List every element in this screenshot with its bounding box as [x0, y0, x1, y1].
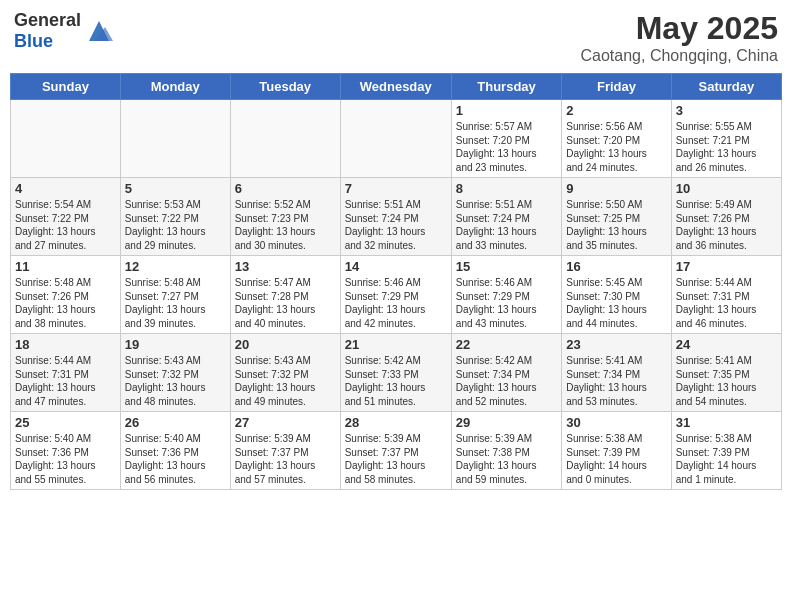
calendar-cell: 29Sunrise: 5:39 AM Sunset: 7:38 PM Dayli…	[451, 412, 561, 490]
day-info: Sunrise: 5:41 AM Sunset: 7:34 PM Dayligh…	[566, 354, 666, 408]
calendar-cell: 9Sunrise: 5:50 AM Sunset: 7:25 PM Daylig…	[562, 178, 671, 256]
day-info: Sunrise: 5:51 AM Sunset: 7:24 PM Dayligh…	[456, 198, 557, 252]
day-info: Sunrise: 5:48 AM Sunset: 7:26 PM Dayligh…	[15, 276, 116, 330]
calendar-week-row: 1Sunrise: 5:57 AM Sunset: 7:20 PM Daylig…	[11, 100, 782, 178]
day-info: Sunrise: 5:40 AM Sunset: 7:36 PM Dayligh…	[125, 432, 226, 486]
calendar-header-row: SundayMondayTuesdayWednesdayThursdayFrid…	[11, 74, 782, 100]
calendar-cell: 27Sunrise: 5:39 AM Sunset: 7:37 PM Dayli…	[230, 412, 340, 490]
day-number: 23	[566, 337, 666, 352]
day-info: Sunrise: 5:38 AM Sunset: 7:39 PM Dayligh…	[676, 432, 777, 486]
day-info: Sunrise: 5:48 AM Sunset: 7:27 PM Dayligh…	[125, 276, 226, 330]
calendar-cell: 12Sunrise: 5:48 AM Sunset: 7:27 PM Dayli…	[120, 256, 230, 334]
day-info: Sunrise: 5:44 AM Sunset: 7:31 PM Dayligh…	[676, 276, 777, 330]
day-number: 5	[125, 181, 226, 196]
calendar-week-row: 25Sunrise: 5:40 AM Sunset: 7:36 PM Dayli…	[11, 412, 782, 490]
calendar-cell: 8Sunrise: 5:51 AM Sunset: 7:24 PM Daylig…	[451, 178, 561, 256]
calendar-cell: 7Sunrise: 5:51 AM Sunset: 7:24 PM Daylig…	[340, 178, 451, 256]
day-info: Sunrise: 5:39 AM Sunset: 7:37 PM Dayligh…	[235, 432, 336, 486]
day-info: Sunrise: 5:43 AM Sunset: 7:32 PM Dayligh…	[125, 354, 226, 408]
day-number: 15	[456, 259, 557, 274]
calendar-cell: 2Sunrise: 5:56 AM Sunset: 7:20 PM Daylig…	[562, 100, 671, 178]
day-number: 9	[566, 181, 666, 196]
calendar-cell: 24Sunrise: 5:41 AM Sunset: 7:35 PM Dayli…	[671, 334, 781, 412]
calendar-cell: 22Sunrise: 5:42 AM Sunset: 7:34 PM Dayli…	[451, 334, 561, 412]
day-number: 17	[676, 259, 777, 274]
calendar-cell: 4Sunrise: 5:54 AM Sunset: 7:22 PM Daylig…	[11, 178, 121, 256]
day-number: 14	[345, 259, 447, 274]
calendar-cell: 23Sunrise: 5:41 AM Sunset: 7:34 PM Dayli…	[562, 334, 671, 412]
day-info: Sunrise: 5:45 AM Sunset: 7:30 PM Dayligh…	[566, 276, 666, 330]
calendar-cell: 6Sunrise: 5:52 AM Sunset: 7:23 PM Daylig…	[230, 178, 340, 256]
day-number: 24	[676, 337, 777, 352]
day-number: 19	[125, 337, 226, 352]
day-number: 26	[125, 415, 226, 430]
logo-general: General	[14, 10, 81, 30]
day-number: 12	[125, 259, 226, 274]
day-header-sunday: Sunday	[11, 74, 121, 100]
day-number: 2	[566, 103, 666, 118]
calendar-cell: 13Sunrise: 5:47 AM Sunset: 7:28 PM Dayli…	[230, 256, 340, 334]
calendar-cell: 17Sunrise: 5:44 AM Sunset: 7:31 PM Dayli…	[671, 256, 781, 334]
day-number: 18	[15, 337, 116, 352]
day-number: 30	[566, 415, 666, 430]
day-info: Sunrise: 5:42 AM Sunset: 7:33 PM Dayligh…	[345, 354, 447, 408]
day-info: Sunrise: 5:39 AM Sunset: 7:37 PM Dayligh…	[345, 432, 447, 486]
calendar-cell: 25Sunrise: 5:40 AM Sunset: 7:36 PM Dayli…	[11, 412, 121, 490]
day-number: 10	[676, 181, 777, 196]
day-number: 21	[345, 337, 447, 352]
calendar-cell: 14Sunrise: 5:46 AM Sunset: 7:29 PM Dayli…	[340, 256, 451, 334]
logo-blue: Blue	[14, 31, 53, 51]
day-number: 22	[456, 337, 557, 352]
calendar-cell: 28Sunrise: 5:39 AM Sunset: 7:37 PM Dayli…	[340, 412, 451, 490]
day-number: 8	[456, 181, 557, 196]
day-info: Sunrise: 5:54 AM Sunset: 7:22 PM Dayligh…	[15, 198, 116, 252]
calendar-week-row: 4Sunrise: 5:54 AM Sunset: 7:22 PM Daylig…	[11, 178, 782, 256]
day-number: 25	[15, 415, 116, 430]
calendar-cell: 10Sunrise: 5:49 AM Sunset: 7:26 PM Dayli…	[671, 178, 781, 256]
day-header-wednesday: Wednesday	[340, 74, 451, 100]
calendar-cell: 16Sunrise: 5:45 AM Sunset: 7:30 PM Dayli…	[562, 256, 671, 334]
day-number: 20	[235, 337, 336, 352]
calendar-cell	[120, 100, 230, 178]
day-info: Sunrise: 5:55 AM Sunset: 7:21 PM Dayligh…	[676, 120, 777, 174]
day-header-friday: Friday	[562, 74, 671, 100]
day-number: 3	[676, 103, 777, 118]
day-info: Sunrise: 5:44 AM Sunset: 7:31 PM Dayligh…	[15, 354, 116, 408]
day-info: Sunrise: 5:47 AM Sunset: 7:28 PM Dayligh…	[235, 276, 336, 330]
calendar-week-row: 18Sunrise: 5:44 AM Sunset: 7:31 PM Dayli…	[11, 334, 782, 412]
day-info: Sunrise: 5:46 AM Sunset: 7:29 PM Dayligh…	[345, 276, 447, 330]
location-subtitle: Caotang, Chongqing, China	[581, 47, 778, 65]
day-info: Sunrise: 5:41 AM Sunset: 7:35 PM Dayligh…	[676, 354, 777, 408]
day-number: 6	[235, 181, 336, 196]
day-header-thursday: Thursday	[451, 74, 561, 100]
calendar-cell: 11Sunrise: 5:48 AM Sunset: 7:26 PM Dayli…	[11, 256, 121, 334]
calendar-cell: 30Sunrise: 5:38 AM Sunset: 7:39 PM Dayli…	[562, 412, 671, 490]
calendar-cell: 20Sunrise: 5:43 AM Sunset: 7:32 PM Dayli…	[230, 334, 340, 412]
day-info: Sunrise: 5:38 AM Sunset: 7:39 PM Dayligh…	[566, 432, 666, 486]
calendar-cell: 3Sunrise: 5:55 AM Sunset: 7:21 PM Daylig…	[671, 100, 781, 178]
day-number: 29	[456, 415, 557, 430]
day-number: 16	[566, 259, 666, 274]
title-area: May 2025 Caotang, Chongqing, China	[581, 10, 778, 65]
day-info: Sunrise: 5:56 AM Sunset: 7:20 PM Dayligh…	[566, 120, 666, 174]
day-info: Sunrise: 5:50 AM Sunset: 7:25 PM Dayligh…	[566, 198, 666, 252]
day-info: Sunrise: 5:57 AM Sunset: 7:20 PM Dayligh…	[456, 120, 557, 174]
calendar-cell: 1Sunrise: 5:57 AM Sunset: 7:20 PM Daylig…	[451, 100, 561, 178]
calendar-table: SundayMondayTuesdayWednesdayThursdayFrid…	[10, 73, 782, 490]
calendar-cell	[11, 100, 121, 178]
calendar-cell: 15Sunrise: 5:46 AM Sunset: 7:29 PM Dayli…	[451, 256, 561, 334]
day-info: Sunrise: 5:39 AM Sunset: 7:38 PM Dayligh…	[456, 432, 557, 486]
day-info: Sunrise: 5:51 AM Sunset: 7:24 PM Dayligh…	[345, 198, 447, 252]
calendar-cell: 31Sunrise: 5:38 AM Sunset: 7:39 PM Dayli…	[671, 412, 781, 490]
day-number: 1	[456, 103, 557, 118]
day-info: Sunrise: 5:46 AM Sunset: 7:29 PM Dayligh…	[456, 276, 557, 330]
day-header-saturday: Saturday	[671, 74, 781, 100]
logo-icon	[85, 17, 113, 45]
month-title: May 2025	[581, 10, 778, 47]
calendar-week-row: 11Sunrise: 5:48 AM Sunset: 7:26 PM Dayli…	[11, 256, 782, 334]
day-info: Sunrise: 5:52 AM Sunset: 7:23 PM Dayligh…	[235, 198, 336, 252]
day-info: Sunrise: 5:40 AM Sunset: 7:36 PM Dayligh…	[15, 432, 116, 486]
calendar-cell	[230, 100, 340, 178]
logo: General Blue	[14, 10, 113, 52]
day-header-tuesday: Tuesday	[230, 74, 340, 100]
